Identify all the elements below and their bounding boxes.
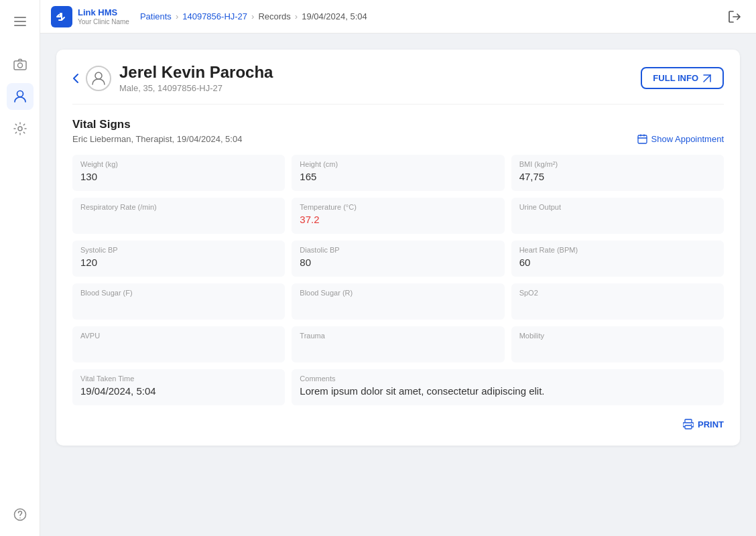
logo: Link HMS Your Clinic Name: [51, 6, 129, 27]
settings-icon[interactable]: [7, 115, 34, 142]
vital-comments: Comments Lorem ipsum dolor sit amet, con…: [292, 369, 724, 405]
vital-signs-title: Vital Signs: [72, 118, 724, 131]
vital-taken-time-label: Vital Taken Time: [80, 375, 277, 383]
vital-height-value: 165: [300, 171, 496, 184]
vital-diastolic-bp-label: Diastolic BP: [300, 246, 496, 254]
svg-rect-12: [685, 425, 692, 429]
vital-weight: Weight (kg) 130: [72, 155, 285, 191]
svg-rect-3: [14, 61, 26, 70]
back-button[interactable]: [72, 73, 79, 84]
main-area: Link HMS Your Clinic Name Patients › 140…: [40, 0, 756, 536]
vital-signs-section: Vital Signs Eric Lieberman, Therapist, 1…: [72, 118, 724, 429]
topnav: Link HMS Your Clinic Name Patients › 140…: [40, 0, 756, 34]
vital-blood-sugar-f-label: Blood Sugar (F): [80, 289, 277, 297]
vital-taken-time-value: 19/04/2024, 5:04: [80, 385, 277, 399]
vital-trauma-value: [300, 342, 496, 356]
vital-systolic-bp-value: 120: [80, 257, 277, 270]
full-info-button[interactable]: FULL INFO: [641, 67, 724, 89]
vital-respiratory-rate: Respiratory Rate (/min): [72, 198, 285, 234]
vital-respiratory-rate-label: Respiratory Rate (/min): [80, 203, 277, 211]
vital-taken-time: Vital Taken Time 19/04/2024, 5:04: [72, 369, 285, 405]
svg-rect-2: [14, 25, 26, 26]
vital-mobility-label: Mobility: [519, 332, 716, 340]
vital-mobility: Mobility: [511, 326, 724, 362]
breadcrumb-patients[interactable]: Patients: [140, 11, 172, 21]
vital-systolic-bp-label: Systolic BP: [80, 246, 277, 254]
patient-avatar: [86, 66, 111, 91]
vital-temperature-value: 37.2: [300, 214, 496, 227]
sidebar: [0, 0, 40, 536]
vital-spo2-label: SpO2: [519, 289, 716, 297]
patient-header: Jerel Kevin Parocha Male, 35, 14097856-H…: [72, 63, 724, 105]
logout-button[interactable]: [724, 6, 745, 27]
logo-icon: [51, 6, 72, 27]
vital-weight-label: Weight (kg): [80, 160, 277, 168]
vital-heart-rate-value: 60: [519, 257, 716, 270]
patient-meta: Male, 35, 14097856-HJ-27: [119, 83, 641, 93]
breadcrumb: Patients › 14097856-HJ-27 › Records › 19…: [140, 11, 367, 21]
content: Jerel Kevin Parocha Male, 35, 14097856-H…: [40, 34, 756, 536]
breadcrumb-timestamp: 19/04/2024, 5:04: [302, 11, 367, 21]
vital-bmi-value: 47,75: [519, 171, 716, 184]
vital-respiratory-rate-value: [80, 214, 277, 227]
vital-comments-label: Comments: [300, 375, 716, 383]
show-appointment-label: Show Appointment: [651, 134, 724, 144]
vital-diastolic-bp-value: 80: [300, 257, 496, 270]
camera-icon[interactable]: [7, 51, 34, 78]
svg-point-8: [19, 517, 21, 519]
svg-point-9: [95, 72, 102, 79]
vital-grid: Weight (kg) 130 Height (cm) 165 BMI (kg/…: [72, 155, 724, 405]
breadcrumb-records: Records: [258, 11, 290, 21]
show-appointment-button[interactable]: Show Appointment: [637, 134, 724, 144]
svg-rect-10: [638, 135, 647, 143]
vital-sub-row: Eric Lieberman, Therapist, 19/04/2024, 5…: [72, 134, 724, 144]
vital-avpu-label: AVPU: [80, 332, 277, 340]
full-info-label: FULL INFO: [653, 73, 698, 83]
menu-icon[interactable]: [7, 8, 34, 35]
vital-urine-output-label: Urine Output: [519, 203, 716, 211]
vital-bmi-label: BMI (kg/m²): [519, 160, 716, 168]
vital-systolic-bp: Systolic BP 120: [72, 241, 285, 277]
vital-trauma: Trauma: [292, 326, 504, 362]
vital-blood-sugar-r-label: Blood Sugar (R): [300, 289, 496, 297]
vital-trauma-label: Trauma: [300, 332, 496, 340]
svg-rect-0: [14, 17, 26, 18]
print-button[interactable]: PRINT: [683, 419, 724, 429]
svg-point-4: [17, 63, 22, 68]
vital-bmi: BMI (kg/m²) 47,75: [511, 155, 724, 191]
patient-info: Jerel Kevin Parocha Male, 35, 14097856-H…: [119, 63, 641, 93]
vital-temperature-label: Temperature (°C): [300, 203, 496, 211]
breadcrumb-sep-3: ›: [295, 11, 298, 21]
svg-rect-1: [14, 21, 26, 22]
vital-heart-rate-label: Heart Rate (BPM): [519, 246, 716, 254]
vital-height: Height (cm) 165: [292, 155, 504, 191]
svg-point-13: [691, 424, 692, 425]
breadcrumb-sep-1: ›: [176, 11, 178, 21]
svg-rect-11: [685, 419, 692, 423]
print-label: PRINT: [698, 419, 724, 429]
vital-diastolic-bp: Diastolic BP 80: [292, 241, 504, 277]
logo-subtitle: Your Clinic Name: [78, 18, 129, 25]
vital-mobility-value: [519, 342, 716, 356]
vital-temperature: Temperature (°C) 37.2: [292, 198, 504, 234]
vital-spo2: SpO2: [511, 283, 724, 320]
vital-blood-sugar-f-value: [80, 299, 277, 313]
vital-provider: Eric Lieberman, Therapist, 19/04/2024, 5…: [72, 134, 242, 144]
vital-urine-output-value: [519, 214, 716, 227]
vital-comments-value: Lorem ipsum dolor sit amet, consectetur …: [300, 385, 716, 399]
vital-avpu-value: [80, 342, 277, 356]
vital-avpu: AVPU: [72, 326, 285, 362]
print-row: PRINT: [72, 419, 724, 429]
svg-point-6: [18, 127, 22, 131]
vital-heart-rate: Heart Rate (BPM) 60: [511, 241, 724, 277]
breadcrumb-patient-id[interactable]: 14097856-HJ-27: [182, 11, 247, 21]
vital-weight-value: 130: [80, 171, 277, 184]
svg-point-5: [17, 91, 23, 97]
logo-title: Link HMS: [78, 7, 129, 18]
patient-card: Jerel Kevin Parocha Male, 35, 14097856-H…: [56, 50, 740, 446]
vital-blood-sugar-r: Blood Sugar (R): [292, 283, 504, 320]
vital-urine-output: Urine Output: [511, 198, 724, 234]
patients-icon[interactable]: [7, 83, 34, 110]
help-icon[interactable]: [7, 501, 34, 528]
breadcrumb-sep-2: ›: [251, 11, 254, 21]
